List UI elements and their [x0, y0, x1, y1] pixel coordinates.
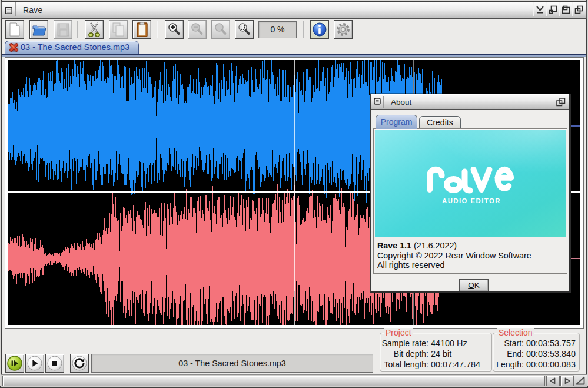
svg-text:AUDIO EDITOR: AUDIO EDITOR	[442, 197, 501, 204]
